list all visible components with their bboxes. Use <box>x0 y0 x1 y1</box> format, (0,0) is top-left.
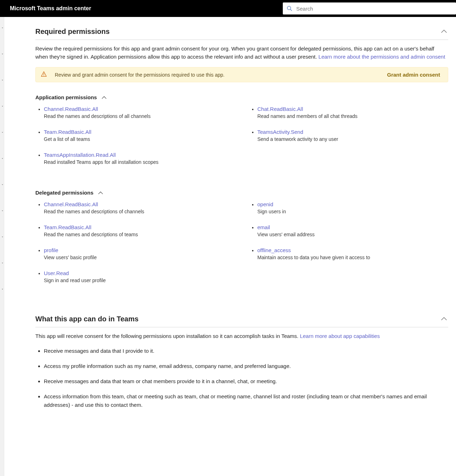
chevron-down-icon[interactable]: ⌄ <box>1 287 4 290</box>
capability-item: Receive messages and data that team or c… <box>44 377 448 385</box>
chevron-down-icon[interactable]: ⌄ <box>1 25 4 29</box>
chevron-down-icon[interactable]: ⌄ <box>1 78 4 81</box>
permission-link[interactable]: TeamsAppInstallation.Read.All <box>44 152 235 158</box>
permission-desc: Read installed Teams apps for all instal… <box>44 159 235 165</box>
svg-point-0 <box>287 6 291 10</box>
perm-list-right: openid Sign users in email View users' e… <box>249 201 448 293</box>
permission-desc: Sign users in <box>257 209 448 214</box>
chevron-down-icon[interactable]: ⌄ <box>1 234 4 238</box>
section-header: Required permissions <box>35 27 448 40</box>
collapse-chevron-icon[interactable] <box>98 190 103 196</box>
permission-desc: Read the names and descriptions of chann… <box>44 209 235 214</box>
required-permissions-section: Required permissions Review the required… <box>35 27 448 293</box>
section-header: What this app can do in Teams <box>35 314 448 327</box>
perm-list-right: Chat.ReadBasic.All Read names and member… <box>249 106 448 175</box>
learn-more-link[interactable]: Learn more about app capabilities <box>300 333 380 339</box>
permission-link[interactable]: TeamsActivity.Send <box>257 129 448 135</box>
svg-point-3 <box>43 75 44 76</box>
chevron-down-icon[interactable]: ⌄ <box>1 182 4 186</box>
perm-list-left: Channel.ReadBasic.All Read the names and… <box>35 106 235 175</box>
collapse-chevron-icon[interactable] <box>440 27 448 36</box>
permission-item: profile View users' basic profile <box>44 247 235 260</box>
group-title: Application permissions <box>35 94 97 100</box>
search-box[interactable] <box>283 2 456 14</box>
group-title: Delegated permissions <box>35 190 93 196</box>
permission-desc: Read the names and descriptions of all c… <box>44 113 235 119</box>
desc-text: This app will receive consent for the fo… <box>35 333 300 339</box>
permission-link[interactable]: Channel.ReadBasic.All <box>44 201 235 207</box>
permission-item: User.Read Sign in and read user profile <box>44 270 235 283</box>
sidebar-collapsed: ⌄ ⌄ ⌄ ⌄ ⌄ ⌄ ⌄ ⌄ ⌄ ⌄ ⌄ <box>0 17 4 476</box>
permission-link[interactable]: User.Read <box>44 270 235 276</box>
permission-item: TeamsAppInstallation.Read.All Read insta… <box>44 152 235 165</box>
permission-link[interactable]: offline_access <box>257 247 448 253</box>
section-description: Review the required permissions for this… <box>35 45 448 61</box>
delegated-permissions-group: Delegated permissions Channel.ReadBasic.… <box>35 190 448 293</box>
chevron-down-icon[interactable]: ⌄ <box>1 208 4 212</box>
chevron-down-icon[interactable]: ⌄ <box>1 261 4 264</box>
permission-desc: Maintain access to data you have given i… <box>257 255 448 260</box>
perm-list-left: Channel.ReadBasic.All Read the names and… <box>35 201 235 293</box>
permission-item: TeamsActivity.Send Send a teamwork activ… <box>257 129 448 142</box>
app-capabilities-section: What this app can do in Teams This app w… <box>35 314 448 409</box>
capability-item: Access information from this team, chat … <box>44 392 448 409</box>
permission-link[interactable]: openid <box>257 201 448 207</box>
permission-link[interactable]: Team.ReadBasic.All <box>44 129 235 135</box>
consent-message: Review and grant admin consent for the p… <box>55 72 387 78</box>
permission-desc: Read the names and descriptions of teams <box>44 232 235 237</box>
search-input[interactable] <box>296 6 452 12</box>
permission-item: Team.ReadBasic.All Read the names and de… <box>44 224 235 237</box>
permission-link[interactable]: profile <box>44 247 235 253</box>
permission-desc: View users' email address <box>257 232 448 237</box>
permission-link[interactable]: Chat.ReadBasic.All <box>257 106 448 112</box>
collapse-chevron-icon[interactable] <box>440 314 448 323</box>
permission-link[interactable]: email <box>257 224 448 230</box>
permission-item: email View users' email address <box>257 224 448 237</box>
capability-item: Access my profile information such as my… <box>44 362 448 370</box>
permission-item: Chat.ReadBasic.All Read names and member… <box>257 106 448 119</box>
collapse-chevron-icon[interactable] <box>102 95 106 100</box>
permission-item: offline_access Maintain access to data y… <box>257 247 448 260</box>
capability-item: Receive messages and data that I provide… <box>44 347 448 355</box>
permission-desc: Get a list of all teams <box>44 136 235 142</box>
permission-link[interactable]: Team.ReadBasic.All <box>44 224 235 230</box>
main-content: Required permissions Review the required… <box>4 17 456 476</box>
search-icon <box>286 5 293 12</box>
svg-line-1 <box>291 10 292 11</box>
warning-icon <box>41 71 47 78</box>
capabilities-list: Receive messages and data that I provide… <box>35 347 448 409</box>
permission-desc: View users' basic profile <box>44 255 235 260</box>
section-title: Required permissions <box>35 28 110 36</box>
chevron-down-icon[interactable]: ⌄ <box>1 156 4 160</box>
app-title: Microsoft Teams admin center <box>10 5 91 12</box>
section-description: This app will receive consent for the fo… <box>35 332 448 340</box>
consent-banner: Review and grant admin consent for the p… <box>35 67 448 82</box>
top-bar: Microsoft Teams admin center <box>0 0 456 17</box>
permission-desc: Send a teamwork activity to any user <box>257 136 448 142</box>
chevron-down-icon[interactable]: ⌄ <box>1 130 4 133</box>
learn-more-link[interactable]: Learn more about the permissions and adm… <box>318 54 445 60</box>
chevron-down-icon[interactable]: ⌄ <box>1 104 4 107</box>
section-title: What this app can do in Teams <box>35 315 139 323</box>
permission-item: Team.ReadBasic.All Get a list of all tea… <box>44 129 235 142</box>
permission-desc: Read names and members of all chat threa… <box>257 113 448 119</box>
permission-item: openid Sign users in <box>257 201 448 214</box>
permission-link[interactable]: Channel.ReadBasic.All <box>44 106 235 112</box>
permission-desc: Sign in and read user profile <box>44 278 235 283</box>
permission-item: Channel.ReadBasic.All Read the names and… <box>44 201 235 214</box>
chevron-down-icon[interactable]: ⌄ <box>1 52 4 55</box>
application-permissions-group: Application permissions Channel.ReadBasi… <box>35 94 448 175</box>
permission-item: Channel.ReadBasic.All Read the names and… <box>44 106 235 119</box>
grant-admin-consent-button[interactable]: Grant admin consent <box>387 72 440 78</box>
